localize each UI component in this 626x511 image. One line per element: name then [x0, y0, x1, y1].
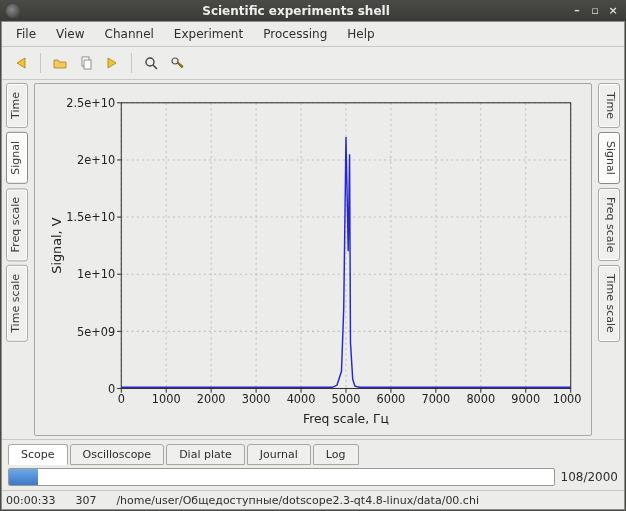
tab-oscilloscope[interactable]: Oscilloscope: [70, 444, 165, 465]
tab-left-time-scale[interactable]: Time scale: [6, 265, 28, 342]
left-side-tabs: Time Signal Freq scale Time scale: [6, 80, 28, 439]
svg-text:0: 0: [108, 382, 115, 396]
svg-text:1.5e+10: 1.5e+10: [66, 210, 115, 224]
minimize-button[interactable]: –: [570, 4, 584, 18]
tab-log[interactable]: Log: [313, 444, 359, 465]
right-side-tabs: Time Signal Freq scale Time scale: [598, 80, 620, 439]
tab-left-freq-scale[interactable]: Freq scale: [6, 188, 28, 261]
tab-right-freq-scale[interactable]: Freq scale: [598, 188, 620, 261]
forward-button[interactable]: [99, 50, 125, 76]
plot-frame: 05e+091e+101.5e+102e+102.5e+100100020003…: [34, 83, 592, 436]
copy-button[interactable]: [73, 50, 99, 76]
tab-dial-plate[interactable]: Dial plate: [166, 444, 245, 465]
window-title: Scientific experiments shell: [202, 4, 390, 18]
status-time: 00:00:33: [6, 494, 55, 507]
toolbar: [2, 47, 624, 80]
close-button[interactable]: ×: [606, 4, 620, 18]
app-icon: [6, 4, 20, 18]
menu-help[interactable]: Help: [337, 24, 384, 44]
svg-text:5000: 5000: [332, 392, 361, 406]
tab-journal[interactable]: Journal: [247, 444, 311, 465]
progress-label: 108/2000: [561, 470, 619, 484]
tab-right-time[interactable]: Time: [598, 83, 620, 128]
status-count: 307: [75, 494, 96, 507]
svg-text:5e+09: 5e+09: [77, 324, 115, 338]
tab-left-time[interactable]: Time: [6, 83, 28, 128]
svg-text:9000: 9000: [511, 392, 540, 406]
svg-rect-1: [84, 60, 91, 69]
svg-text:6000: 6000: [377, 392, 406, 406]
svg-text:Freq scale, Гц: Freq scale, Гц: [303, 410, 389, 425]
menu-experiment[interactable]: Experiment: [164, 24, 253, 44]
svg-text:2000: 2000: [197, 392, 226, 406]
svg-text:2e+10: 2e+10: [77, 153, 115, 167]
open-folder-button[interactable]: [47, 50, 73, 76]
statusbar: 00:00:33 307 /home/user/Общедоступные/do…: [2, 490, 624, 509]
svg-text:3000: 3000: [242, 392, 271, 406]
svg-point-2: [146, 58, 154, 66]
menu-channel[interactable]: Channel: [95, 24, 164, 44]
menubar: File View Channel Experiment Processing …: [2, 22, 624, 47]
svg-text:2.5e+10: 2.5e+10: [66, 96, 115, 110]
tab-left-signal[interactable]: Signal: [6, 132, 28, 184]
progress-slider[interactable]: [8, 468, 555, 486]
menu-file[interactable]: File: [6, 24, 46, 44]
window-titlebar: Scientific experiments shell – ▫ ×: [0, 0, 626, 21]
maximize-button[interactable]: ▫: [588, 4, 602, 18]
main-area: Time Signal Freq scale Time scale Time S…: [2, 80, 624, 439]
menu-view[interactable]: View: [46, 24, 94, 44]
status-path: /home/user/Общедоступные/dotscope2.3-qt4…: [116, 494, 479, 507]
svg-line-3: [153, 65, 157, 69]
svg-text:Signal, V: Signal, V: [50, 217, 65, 274]
svg-text:8000: 8000: [466, 392, 495, 406]
tab-right-time-scale[interactable]: Time scale: [598, 265, 620, 342]
tab-scope[interactable]: Scope: [8, 444, 68, 465]
spectrum-plot[interactable]: 05e+091e+101.5e+102e+102.5e+100100020003…: [45, 90, 581, 429]
svg-text:1e+10: 1e+10: [77, 267, 115, 281]
svg-text:1000: 1000: [152, 392, 181, 406]
progress-row: 108/2000: [2, 464, 624, 490]
zoom-button[interactable]: [138, 50, 164, 76]
svg-text:0: 0: [118, 392, 125, 406]
bottom-tabs: Scope Oscilloscope Dial plate Journal Lo…: [2, 439, 624, 464]
menu-processing[interactable]: Processing: [253, 24, 337, 44]
svg-text:10000: 10000: [553, 392, 581, 406]
tab-right-signal[interactable]: Signal: [598, 132, 620, 184]
svg-text:7000: 7000: [421, 392, 450, 406]
settings-button[interactable]: [164, 50, 190, 76]
back-button[interactable]: [8, 50, 34, 76]
svg-text:4000: 4000: [287, 392, 316, 406]
app-window: File View Channel Experiment Processing …: [1, 21, 625, 510]
